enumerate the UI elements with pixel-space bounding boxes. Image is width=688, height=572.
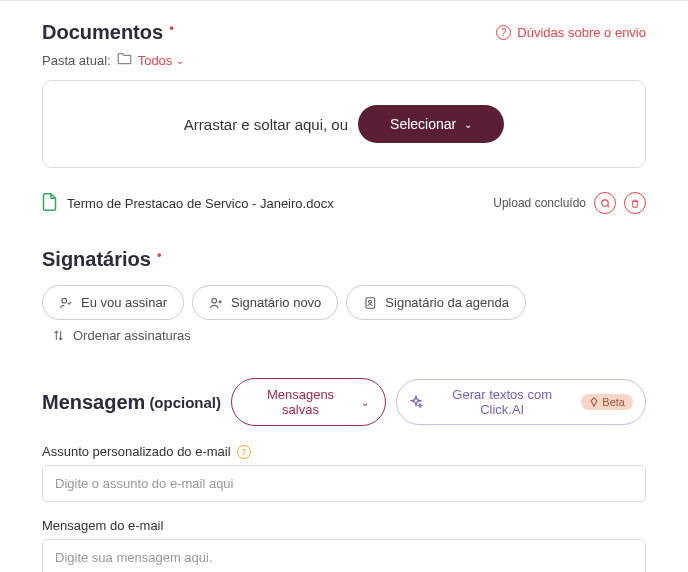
file-name: Termo de Prestacao de Servico - Janeiro.… bbox=[67, 196, 334, 211]
chevron-down-icon: ⌄ bbox=[361, 397, 369, 408]
i-will-sign-button[interactable]: Eu vou assinar bbox=[42, 285, 184, 320]
person-check-icon bbox=[59, 296, 73, 310]
select-file-button[interactable]: Selecionar ⌄ bbox=[358, 105, 504, 143]
beta-badge: Beta bbox=[581, 394, 633, 410]
body-label-text: Mensagem do e-mail bbox=[42, 518, 163, 533]
body-textarea[interactable] bbox=[42, 539, 646, 572]
dropzone-text: Arrastar e soltar aqui, ou bbox=[184, 116, 348, 133]
folder-row: Pasta atual: Todos ⌄ bbox=[42, 52, 646, 68]
subject-input[interactable] bbox=[42, 465, 646, 502]
documents-title-text: Documentos bbox=[42, 21, 163, 44]
help-icon[interactable]: ? bbox=[237, 445, 251, 459]
signers-title-text: Signatários bbox=[42, 248, 151, 271]
svg-point-2 bbox=[62, 298, 67, 303]
svg-line-1 bbox=[607, 205, 609, 207]
agenda-signer-label: Signatário da agenda bbox=[385, 295, 509, 310]
sort-icon bbox=[52, 329, 65, 342]
order-signatures-link[interactable]: Ordenar assinaturas bbox=[52, 328, 191, 343]
saved-messages-label: Mensagens salvas bbox=[248, 387, 353, 417]
diamond-icon bbox=[589, 397, 599, 407]
documents-title: Documentos • bbox=[42, 21, 174, 44]
folder-icon bbox=[117, 52, 132, 68]
folder-label: Pasta atual: bbox=[42, 53, 111, 68]
question-icon: ? bbox=[496, 25, 511, 40]
addressbook-icon bbox=[363, 296, 377, 310]
agenda-signer-button[interactable]: Signatário da agenda bbox=[346, 285, 526, 320]
i-will-sign-label: Eu vou assinar bbox=[81, 295, 167, 310]
message-title-text: Mensagem bbox=[42, 391, 145, 414]
dropzone[interactable]: Arrastar e soltar aqui, ou Selecionar ⌄ bbox=[42, 80, 646, 168]
new-signer-label: Signatário novo bbox=[231, 295, 321, 310]
message-optional: (opcional) bbox=[149, 394, 221, 411]
person-plus-icon bbox=[209, 296, 223, 310]
folder-name: Todos bbox=[138, 53, 173, 68]
new-signer-button[interactable]: Signatário novo bbox=[192, 285, 338, 320]
chevron-down-icon: ⌄ bbox=[176, 55, 184, 66]
subject-label: Assunto personalizado do e-mail ? bbox=[42, 444, 646, 459]
svg-point-3 bbox=[212, 298, 217, 303]
required-asterisk: • bbox=[169, 20, 174, 35]
chevron-down-icon: ⌄ bbox=[464, 119, 472, 130]
help-link-text: Dúvidas sobre o envio bbox=[517, 25, 646, 40]
body-label: Mensagem do e-mail bbox=[42, 518, 646, 533]
document-icon bbox=[42, 193, 57, 214]
message-title: Mensagem (opcional) bbox=[42, 391, 221, 414]
required-asterisk: • bbox=[157, 247, 162, 262]
signers-title: Signatários • bbox=[42, 248, 646, 271]
svg-point-7 bbox=[369, 300, 372, 303]
help-link[interactable]: ? Dúvidas sobre o envio bbox=[496, 25, 646, 40]
file-row: Termo de Prestacao de Servico - Janeiro.… bbox=[42, 188, 646, 218]
sparkle-icon bbox=[409, 395, 423, 409]
order-signatures-label: Ordenar assinaturas bbox=[73, 328, 191, 343]
delete-file-button[interactable] bbox=[624, 192, 646, 214]
ai-generate-button[interactable]: Gerar textos com Click.AI Beta bbox=[396, 379, 646, 425]
svg-point-0 bbox=[601, 199, 607, 205]
ai-generate-label: Gerar textos com Click.AI bbox=[431, 387, 573, 417]
select-file-label: Selecionar bbox=[390, 116, 456, 132]
beta-label: Beta bbox=[602, 396, 625, 408]
folder-select[interactable]: Todos ⌄ bbox=[138, 53, 185, 68]
subject-label-text: Assunto personalizado do e-mail bbox=[42, 444, 231, 459]
search-file-button[interactable] bbox=[594, 192, 616, 214]
saved-messages-button[interactable]: Mensagens salvas ⌄ bbox=[231, 378, 386, 426]
upload-status: Upload concluído bbox=[493, 196, 586, 210]
